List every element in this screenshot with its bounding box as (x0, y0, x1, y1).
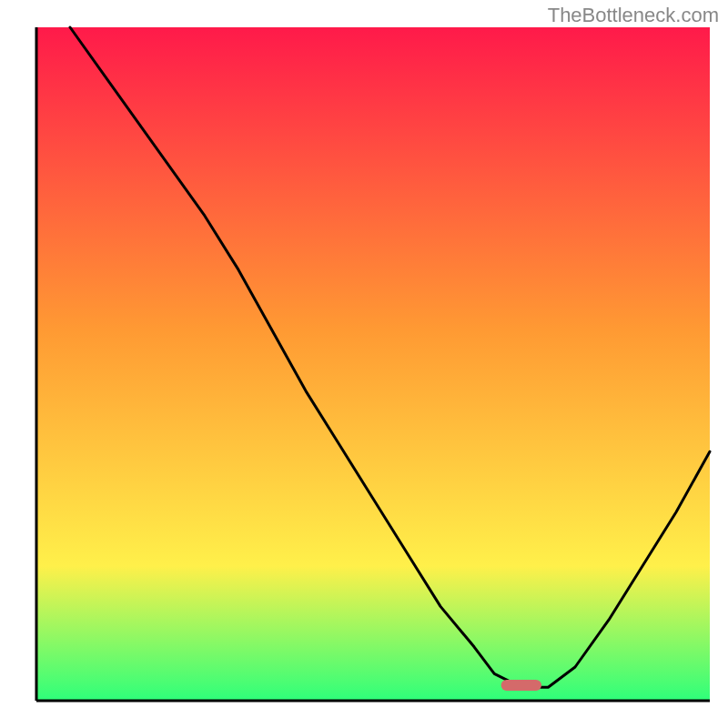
watermark-text: TheBottleneck.com (548, 4, 719, 27)
min-marker (501, 680, 541, 691)
plot-background (36, 27, 710, 701)
bottleneck-chart (0, 0, 728, 728)
chart-container: TheBottleneck.com (0, 0, 728, 728)
